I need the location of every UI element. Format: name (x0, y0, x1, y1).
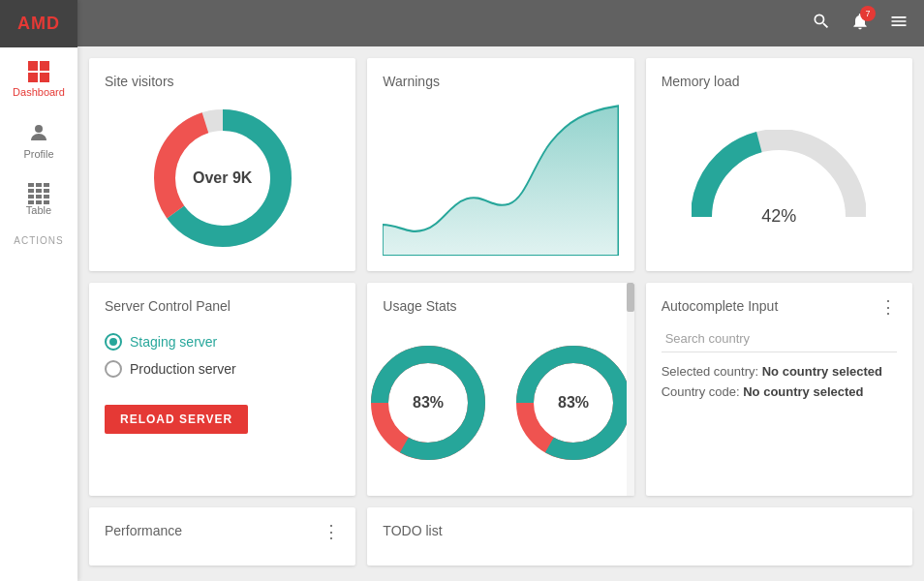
production-server-option[interactable]: Production server (105, 360, 236, 378)
site-visitors-body: Over 9K (105, 101, 340, 256)
usage-donut-2-label: 83% (558, 394, 589, 412)
sidebar-profile-label: Profile (23, 148, 53, 160)
site-visitors-card: Site visitors Over 9K (89, 58, 355, 271)
performance-title: Performance (105, 523, 182, 538)
search-icon[interactable] (812, 12, 831, 36)
usage-stats-body: 83% 83% (383, 325, 618, 480)
svg-point-0 (35, 125, 43, 133)
todo-header: TODO list (383, 523, 897, 538)
usage-donut-2: 83% (510, 340, 634, 466)
menu-icon[interactable] (889, 12, 909, 36)
country-code-info: Country code: No country selected (662, 384, 864, 399)
country-code-value: No country selected (743, 384, 863, 399)
scrollbar-track[interactable] (627, 283, 634, 496)
staging-radio[interactable] (105, 333, 122, 351)
staging-server-option[interactable]: Staging server (105, 333, 236, 351)
dashboard-icon (28, 61, 49, 82)
usage-donut-1-label: 83% (413, 394, 444, 412)
production-radio[interactable] (105, 360, 122, 378)
site-visitors-title: Site visitors (105, 74, 340, 89)
warnings-chart (383, 101, 618, 256)
autocomplete-menu-button[interactable]: ⋮ (879, 298, 897, 316)
memory-load-title: Memory load (662, 74, 897, 89)
performance-header: Performance ⋮ (105, 523, 340, 540)
table-icon (28, 183, 49, 200)
warnings-card: Warnings (367, 58, 633, 271)
selected-country-label: Selected country: (662, 364, 758, 379)
sidebar-item-profile[interactable]: Profile (0, 107, 77, 169)
sidebar: AMD Dashboard Profile Tabl (0, 0, 77, 581)
sidebar-item-table[interactable]: Table (0, 169, 77, 226)
memory-load-body: 42% (662, 101, 897, 256)
app-logo: AMD (0, 0, 77, 47)
notification-badge: 7 (860, 6, 876, 21)
notification-icon[interactable]: 7 (850, 12, 870, 36)
autocomplete-title: Autocomplete Input (662, 298, 779, 314)
sidebar-actions-label: ACTIONS (0, 226, 77, 250)
reload-server-button[interactable]: RELOAD SERVER (105, 405, 248, 434)
server-control-card: Server Control Panel Staging server Prod… (89, 283, 355, 496)
site-visitors-donut: Over 9K (145, 101, 300, 256)
top-card-row: Site visitors Over 9K (89, 58, 912, 271)
production-server-label: Production server (130, 361, 236, 377)
main-area: 7 Site visitors (77, 0, 924, 581)
content-area: Site visitors Over 9K (77, 46, 924, 581)
memory-load-value: 42% (761, 206, 796, 227)
profile-icon (27, 121, 50, 144)
memory-load-card: Memory load 42% (646, 58, 912, 271)
bottom-card-row: Performance ⋮ TODO list (89, 507, 912, 566)
server-control-body: Staging server Production server RELOAD … (105, 325, 340, 480)
server-control-title: Server Control Panel (105, 298, 340, 314)
memory-load-gauge: 42% (692, 130, 866, 227)
topbar: 7 (77, 0, 924, 46)
search-country-input[interactable] (662, 325, 897, 352)
site-visitors-label: Over 9K (193, 169, 252, 187)
mid-card-row: Server Control Panel Staging server Prod… (89, 283, 912, 496)
autocomplete-card: Autocomplete Input ⋮ Selected country: N… (646, 283, 912, 496)
server-radio-group: Staging server Production server (105, 333, 236, 387)
warnings-body (383, 101, 618, 256)
usage-stats-title: Usage Stats (383, 298, 618, 314)
scrollbar-thumb[interactable] (627, 283, 634, 312)
performance-menu-button[interactable]: ⋮ (323, 523, 340, 540)
staging-server-label: Staging server (130, 334, 217, 350)
todo-title: TODO list (383, 523, 442, 538)
usage-donut-1: 83% (367, 340, 491, 466)
autocomplete-header: Autocomplete Input ⋮ (662, 298, 897, 325)
todo-card-partial: TODO list (367, 507, 912, 566)
autocomplete-body: Selected country: No country selected Co… (662, 325, 897, 480)
usage-stats-card: Usage Stats 83% (367, 283, 633, 496)
warnings-title: Warnings (383, 74, 618, 89)
sidebar-table-label: Table (26, 204, 51, 216)
selected-country-info: Selected country: No country selected (662, 364, 882, 379)
performance-card-partial: Performance ⋮ (89, 507, 355, 566)
selected-country-value: No country selected (762, 364, 882, 379)
sidebar-dashboard-label: Dashboard (13, 86, 65, 98)
country-code-label: Country code: (662, 384, 740, 399)
sidebar-item-dashboard[interactable]: Dashboard (0, 47, 77, 107)
